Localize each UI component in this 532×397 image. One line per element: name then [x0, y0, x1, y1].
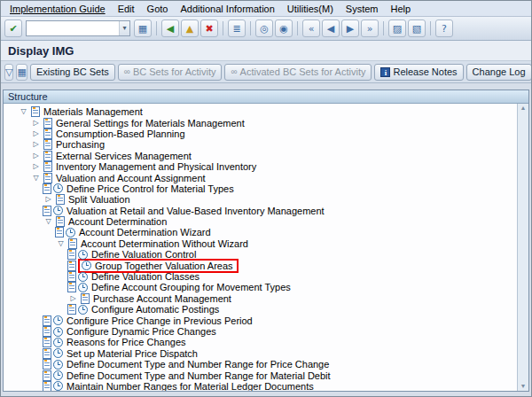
tree-item-label[interactable]: Define Valuation Classes — [90, 271, 201, 282]
tree-row[interactable]: Set up Material Price Dispatch — [4, 348, 516, 359]
tree-row[interactable]: ▷Split Valuation — [4, 194, 516, 205]
menu-item-implementation-guide[interactable]: Implementation Guide — [4, 3, 111, 15]
img-doc-icon[interactable] — [81, 293, 90, 304]
img-doc-icon[interactable] — [67, 261, 76, 271]
tree-row[interactable]: Define Document Type and Number Range fo… — [4, 359, 516, 370]
tree-row[interactable]: Maintain Number Ranges for Material Ledg… — [4, 381, 516, 391]
tree-toggle-icon[interactable]: ▷ — [30, 120, 42, 127]
scroll-up-icon[interactable]: ▲ — [520, 104, 527, 113]
find-next-button[interactable]: ◉ — [275, 19, 293, 37]
tree-row[interactable]: ▽Account Determination Without Wizard — [4, 238, 516, 249]
tree-item-label[interactable]: Configure Automatic Postings — [90, 304, 221, 315]
tree-item-label[interactable]: Split Valuation — [66, 194, 132, 205]
release-notes-button[interactable]: iRelease Notes — [374, 64, 463, 81]
img-activity-icon[interactable] — [53, 338, 63, 347]
img-doc-icon[interactable] — [43, 381, 51, 391]
img-activity-icon[interactable] — [78, 283, 88, 292]
tree-row[interactable]: ▷Inventory Management and Physical Inven… — [4, 161, 516, 172]
tree-item-label[interactable]: Define Price Control for Material Types — [65, 183, 236, 194]
first-page-button[interactable]: « — [302, 19, 320, 37]
img-doc-icon[interactable] — [55, 227, 64, 237]
tree-row[interactable]: Configure Automatic Postings — [4, 304, 516, 315]
tree-toggle-icon[interactable]: ▷ — [30, 141, 42, 148]
img-activity-icon[interactable] — [78, 250, 88, 260]
tree-row[interactable]: Define Valuation Control — [4, 249, 516, 260]
img-activity-icon[interactable] — [53, 360, 63, 370]
scroll-down-icon[interactable]: ▼ — [520, 382, 527, 391]
last-page-button[interactable]: » — [361, 19, 379, 37]
new-session-button[interactable]: ▨ — [388, 19, 406, 37]
menu-item-edit[interactable]: Edit — [113, 3, 140, 15]
cancel-button[interactable]: ✖ — [200, 19, 218, 37]
img-doc-icon[interactable] — [43, 161, 52, 172]
tree-row[interactable]: Account Determination Wizard — [4, 227, 516, 237]
tree-item-label[interactable]: Reasons for Price Changes — [65, 337, 188, 347]
activated-bc-sets-for-activity-button[interactable]: ∞Activated BC Sets for Activity — [224, 64, 372, 81]
next-page-button[interactable]: ▶ — [341, 19, 359, 37]
img-doc-icon[interactable] — [43, 151, 52, 161]
img-doc-icon[interactable] — [67, 304, 76, 315]
img-doc-icon[interactable] — [67, 271, 76, 282]
enter-button[interactable]: ✔ — [4, 19, 22, 37]
tree-item-label[interactable]: Configure Price Change in Previous Perio… — [65, 315, 254, 326]
tree-item-label[interactable]: Materials Management — [42, 106, 145, 117]
img-doc-icon[interactable] — [43, 139, 52, 150]
tree-row[interactable]: ▷Purchasing — [4, 139, 516, 150]
tree-row[interactable]: ▷External Services Management — [4, 151, 516, 161]
img-activity-icon[interactable] — [53, 370, 63, 380]
img-doc-icon[interactable] — [43, 315, 51, 326]
tree-row[interactable]: Configure Price Change in Previous Perio… — [4, 315, 516, 325]
tree-row[interactable]: Configure Dynamic Price Changes — [4, 326, 516, 337]
save-button[interactable]: ▦ — [134, 19, 152, 37]
img-activity-icon[interactable] — [66, 228, 75, 237]
shortcut-button[interactable]: ▧ — [408, 19, 426, 37]
tree-row[interactable]: Define Document Type and Number Range fo… — [4, 370, 516, 380]
tree-row[interactable]: ▷General Settings for Materials Manageme… — [4, 117, 516, 128]
img-doc-icon[interactable] — [68, 238, 77, 249]
img-doc-icon[interactable] — [67, 249, 76, 260]
tree-row[interactable]: ▽Valuation and Account Assignment — [4, 172, 516, 183]
tree-item-label[interactable]: Valuation at Retail and Value-Based Inve… — [65, 206, 326, 216]
img-doc-icon[interactable] — [43, 348, 51, 359]
tree-toggle-icon[interactable]: ▷ — [67, 295, 79, 302]
img-doc-icon[interactable] — [43, 128, 52, 139]
img-activity-icon[interactable] — [53, 315, 63, 325]
tree-item-label[interactable]: Maintain Number Ranges for Material Ledg… — [65, 381, 316, 391]
img-doc-icon[interactable] — [56, 194, 65, 205]
tree-item-label[interactable]: Account Determination Wizard — [77, 227, 213, 237]
tree-toggle-icon[interactable]: ▽ — [43, 218, 54, 225]
tree-row[interactable]: ▷Purchase Account Management — [4, 293, 516, 304]
back-button[interactable]: ◀ — [161, 19, 179, 37]
img-activity-icon[interactable] — [78, 272, 88, 282]
tree-item-label[interactable]: Account Determination Without Wizard — [79, 238, 250, 249]
img-doc-icon[interactable] — [43, 359, 51, 370]
tree-toggle-icon[interactable]: ▽ — [55, 240, 66, 247]
tree-item-label[interactable]: Valuation and Account Assignment — [54, 173, 207, 183]
tree-item-label[interactable]: Purchase Account Management — [91, 293, 233, 304]
tree-toggle-icon[interactable]: ▽ — [18, 108, 29, 115]
tree-row[interactable]: ▽Materials Management — [4, 106, 516, 117]
img-activity-icon[interactable] — [53, 183, 63, 193]
img-activity-icon[interactable] — [53, 327, 63, 337]
tree-item-label[interactable]: Define Account Grouping for Movement Typ… — [90, 282, 293, 292]
position-button[interactable]: ▦ — [16, 64, 27, 81]
tree-row[interactable]: Group Together Valuation Areas — [4, 260, 516, 270]
img-activity-icon[interactable] — [82, 261, 91, 270]
print-button[interactable]: ≣ — [228, 19, 246, 37]
tree-item-label[interactable]: Configure Dynamic Price Changes — [65, 326, 218, 337]
tree-row[interactable]: ▽Account Determination — [4, 216, 516, 227]
img-doc-icon[interactable] — [43, 118, 52, 128]
tree-item-label[interactable]: External Services Management — [54, 151, 193, 161]
prev-page-button[interactable]: ◀ — [322, 19, 340, 37]
menu-item-utilities-m[interactable]: Utilities(M) — [282, 3, 339, 15]
exit-button[interactable]: ▲ — [181, 19, 199, 37]
tree-item-label[interactable]: Define Document Type and Number Range fo… — [65, 370, 332, 381]
tree-item-label[interactable]: Inventory Management and Physical Invent… — [54, 161, 258, 172]
img-doc-icon[interactable] — [43, 173, 52, 183]
tree-row[interactable]: Define Valuation Classes — [4, 271, 516, 282]
tree-row[interactable]: Reasons for Price Changes — [4, 337, 516, 347]
img-activity-icon[interactable] — [53, 381, 63, 391]
menu-item-help[interactable]: Help — [386, 3, 417, 15]
tree-item-label[interactable]: Account Determination — [66, 216, 168, 227]
img-activity-icon[interactable] — [53, 206, 63, 215]
